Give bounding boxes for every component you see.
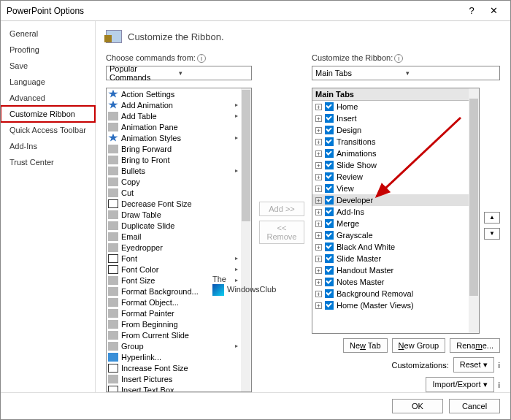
checkbox[interactable] [325, 184, 334, 193]
checkbox[interactable] [325, 207, 334, 216]
checkbox[interactable] [325, 161, 334, 169]
cancel-button[interactable]: Cancel [449, 399, 500, 413]
reset-button[interactable]: Reset ▾ [453, 357, 494, 373]
expand-icon[interactable]: + [315, 104, 322, 110]
command-item[interactable]: Animation Styles▸ [107, 132, 241, 143]
sidebar-item-advanced[interactable]: Advanced [1, 90, 95, 106]
tab-item-view[interactable]: +View [312, 183, 469, 194]
rename-button[interactable]: Rename... [450, 338, 500, 353]
command-item[interactable]: Group▸ [107, 340, 241, 351]
command-item[interactable]: Cut [107, 187, 241, 198]
tab-item-handout-master[interactable]: +Handout Master [312, 264, 469, 276]
checkbox[interactable] [325, 289, 334, 298]
command-item[interactable]: Email [107, 231, 241, 242]
expand-icon[interactable]: + [315, 162, 322, 169]
checkbox[interactable] [325, 102, 334, 111]
sidebar-item-trust-center[interactable]: Trust Center [1, 154, 95, 170]
sidebar-item-general[interactable]: General [1, 26, 95, 42]
command-item[interactable]: Increase Font Size [107, 362, 241, 373]
command-item[interactable]: Bring to Front [107, 154, 241, 165]
expand-icon[interactable]: + [315, 115, 322, 122]
command-item[interactable]: Duplicate Slide [107, 220, 241, 231]
info-icon[interactable]: i [197, 54, 206, 63]
move-up-button[interactable]: ▲ [484, 212, 500, 224]
expand-icon[interactable]: + [315, 232, 322, 239]
sidebar-item-add-ins[interactable]: Add-Ins [1, 138, 95, 154]
command-item[interactable]: From Beginning [107, 318, 241, 329]
expand-icon[interactable]: + [315, 221, 322, 227]
command-item[interactable]: From Current Slide [107, 329, 241, 340]
tab-item-slide-show[interactable]: +Slide Show [312, 159, 469, 171]
tab-item-merge[interactable]: +Merge [312, 218, 469, 229]
checkbox[interactable] [325, 266, 334, 275]
command-item[interactable]: Bullets▸ [107, 165, 241, 176]
command-item[interactable]: Draw Table [107, 209, 241, 220]
ok-button[interactable]: OK [392, 399, 443, 413]
expand-icon[interactable]: + [315, 186, 322, 192]
checkbox[interactable] [325, 137, 334, 146]
command-item[interactable]: Insert Text Box [107, 384, 241, 392]
command-item[interactable]: Animation Pane [107, 121, 241, 132]
scrollbar[interactable] [469, 88, 479, 333]
tab-item-notes-master[interactable]: +Notes Master [312, 276, 469, 288]
expand-icon[interactable]: + [315, 174, 322, 180]
checkbox[interactable] [325, 172, 334, 181]
scrollbar[interactable] [241, 88, 251, 392]
command-item[interactable]: Action Settings [107, 88, 241, 99]
sidebar-item-proofing[interactable]: Proofing [1, 42, 95, 58]
tab-item-home[interactable]: +Home [312, 101, 469, 112]
import-export-button[interactable]: Import/Export ▾ [426, 377, 493, 392]
expand-icon[interactable]: + [315, 127, 322, 134]
expand-icon[interactable]: + [315, 291, 322, 297]
help-icon[interactable]: ? [461, 5, 483, 16]
tab-item-insert[interactable]: +Insert [312, 112, 469, 124]
tab-item-animations[interactable]: +Animations [312, 148, 469, 159]
expand-icon[interactable]: + [315, 139, 322, 145]
checkbox[interactable] [325, 231, 334, 240]
tab-item-slide-master[interactable]: +Slide Master [312, 253, 469, 264]
checkbox[interactable] [325, 219, 334, 228]
command-item[interactable]: Format Object... [107, 297, 241, 308]
checkbox[interactable] [325, 301, 334, 310]
command-item[interactable]: Bring Forward [107, 143, 241, 154]
commands-from-dropdown[interactable]: Popular Commands▾ [106, 66, 252, 80]
checkbox[interactable] [325, 196, 334, 205]
command-item[interactable]: Add Table▸ [107, 110, 241, 121]
command-item[interactable]: Hyperlink... [107, 351, 241, 362]
tab-item-add-ins[interactable]: +Add-Ins [312, 206, 469, 218]
command-item[interactable]: Format Background... [107, 286, 241, 297]
expand-icon[interactable]: + [315, 302, 322, 309]
tab-item-background-removal[interactable]: +Background Removal [312, 288, 469, 299]
info-icon[interactable]: i [499, 361, 500, 370]
ribbon-tabs-dropdown[interactable]: Main Tabs▾ [312, 66, 500, 80]
expand-icon[interactable]: + [315, 256, 322, 262]
checkbox[interactable] [325, 149, 334, 158]
new-tab-button[interactable]: New Tab [343, 338, 388, 353]
tab-item-transitions[interactable]: +Transitions [312, 136, 469, 148]
tabs-tree[interactable]: Main Tabs +Home+Insert+Design+Transition… [312, 88, 480, 334]
command-item[interactable]: Format Painter [107, 308, 241, 318]
expand-icon[interactable]: + [315, 209, 322, 215]
checkbox[interactable] [325, 114, 334, 123]
command-item[interactable]: Add Animation▸ [107, 99, 241, 110]
command-item[interactable]: Font Size▸ [107, 275, 241, 286]
sidebar-item-language[interactable]: Language [1, 74, 95, 90]
close-icon[interactable]: ✕ [483, 5, 504, 16]
command-item[interactable]: Eyedropper [107, 242, 241, 253]
expand-icon[interactable]: + [315, 197, 322, 204]
tab-item-design[interactable]: +Design [312, 124, 469, 136]
command-item[interactable]: Font▸ [107, 253, 241, 264]
checkbox[interactable] [325, 254, 334, 263]
tab-item-grayscale[interactable]: +Grayscale [312, 229, 469, 241]
commands-list[interactable]: Action SettingsAdd Animation▸Add Table▸A… [106, 88, 252, 392]
tab-item-review[interactable]: +Review [312, 171, 469, 183]
sidebar-item-save[interactable]: Save [1, 58, 95, 74]
expand-icon[interactable]: + [315, 244, 322, 251]
tab-item-home-master-views-[interactable]: +Home (Master Views) [312, 299, 469, 311]
command-item[interactable]: Font Color▸ [107, 264, 241, 275]
command-item[interactable]: Decrease Font Size [107, 198, 241, 209]
expand-icon[interactable]: + [315, 279, 322, 286]
info-icon[interactable]: i [499, 381, 500, 389]
checkbox[interactable] [325, 243, 334, 251]
expand-icon[interactable]: + [315, 150, 322, 157]
